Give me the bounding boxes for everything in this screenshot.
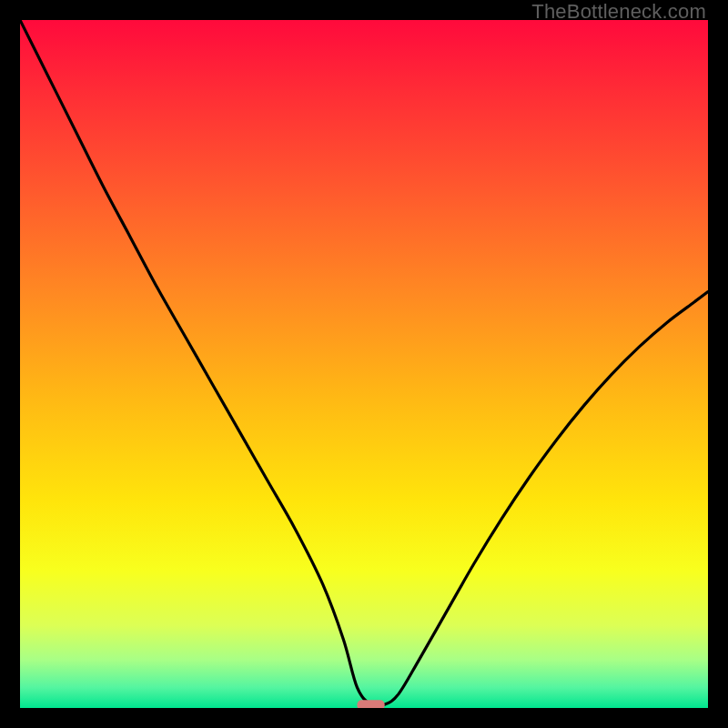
gradient-background [20,20,708,708]
watermark-text: TheBottleneck.com [531,0,706,24]
bottleneck-chart [20,20,708,708]
chart-frame [20,20,708,708]
minimum-marker [357,700,384,708]
